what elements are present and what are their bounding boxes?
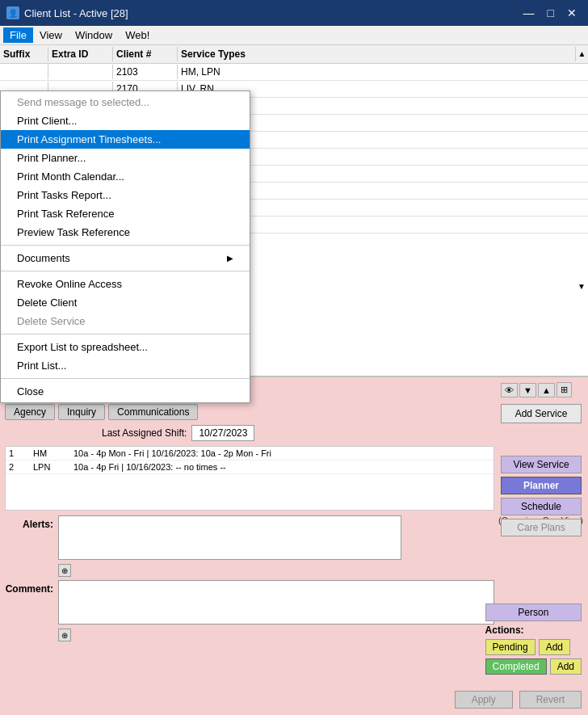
down-arrow-icon-btn[interactable]: ▼ bbox=[519, 383, 536, 397]
footer-buttons: Apply Revert bbox=[455, 691, 582, 709]
menu-export-list[interactable]: Export List to spreadsheet... bbox=[1, 338, 250, 356]
title-bar: 👤 Client List - Active [28] — □ ✕ bbox=[0, 0, 588, 26]
service-row-1[interactable]: 1 HM 10a - 4p Mon - Fri | 10/16/2023: 10… bbox=[6, 447, 494, 461]
col-header-svctype: Service Types bbox=[178, 47, 575, 61]
menu-file[interactable]: File bbox=[3, 27, 33, 43]
menu-print-month-calendar[interactable]: Print Month Calendar... bbox=[1, 167, 250, 186]
care-plans-button[interactable]: Care Plans bbox=[501, 519, 582, 536]
pending-action-row: Pending Add bbox=[485, 639, 582, 655]
last-shift-value: 10/27/2023 bbox=[191, 425, 254, 441]
close-button[interactable]: ✕ bbox=[562, 7, 582, 19]
menu-print-client[interactable]: Print Client... bbox=[1, 111, 250, 130]
alerts-container: ⊕ bbox=[58, 515, 401, 577]
separator-2 bbox=[1, 271, 250, 271]
menu-bar: File View Window Web! bbox=[0, 26, 588, 45]
col-header-extraid: Extra ID bbox=[48, 47, 113, 61]
alerts-textarea[interactable] bbox=[58, 515, 401, 560]
comment-textarea[interactable] bbox=[58, 580, 494, 625]
tab-inquiry[interactable]: Inquiry bbox=[58, 404, 105, 420]
add-completed-button[interactable]: Add bbox=[550, 658, 582, 675]
app-icon: 👤 bbox=[6, 6, 19, 19]
action-buttons-right: 👁 ▼ ▲ ⊞ Add Service View Service Planner… bbox=[501, 382, 582, 536]
menu-view[interactable]: View bbox=[33, 27, 69, 43]
person-button[interactable]: Person bbox=[485, 604, 582, 621]
maximize-button[interactable]: □ bbox=[543, 7, 559, 19]
completed-button[interactable]: Completed bbox=[485, 658, 547, 675]
col-header-clientnum: Client # bbox=[113, 47, 178, 61]
bottom-panel: 👁 ▼ ▲ ⊞ Add Service View Service Planner… bbox=[0, 376, 588, 715]
menu-revoke-online-access[interactable]: Revoke Online Access bbox=[1, 275, 250, 293]
menu-delete-client[interactable]: Delete Client bbox=[1, 293, 250, 312]
menu-print-list[interactable]: Print List... bbox=[1, 356, 250, 375]
scrollbar-down[interactable]: ▼ bbox=[575, 280, 588, 292]
alerts-label: Alerts: bbox=[5, 515, 53, 530]
table-header: Suffix Extra ID Client # Service Types ▲ bbox=[0, 45, 588, 64]
add-service-button[interactable]: Add Service bbox=[501, 404, 582, 423]
menu-delete-service: Delete Service bbox=[1, 312, 250, 330]
menu-web[interactable]: Web! bbox=[119, 27, 156, 43]
submenu-arrow: ▶ bbox=[227, 254, 233, 263]
comment-label: Comment: bbox=[5, 580, 53, 595]
icon-toolbar: 👁 ▼ ▲ ⊞ bbox=[501, 382, 582, 397]
expand-icon-btn[interactable]: ⊞ bbox=[556, 382, 572, 397]
table-row[interactable]: 2103 HM, LPN bbox=[0, 64, 588, 81]
service-table-container: 1 HM 10a - 4p Mon - Fri | 10/16/2023: 10… bbox=[5, 446, 494, 511]
eye-icon-btn[interactable]: 👁 bbox=[501, 383, 518, 397]
menu-print-assignment-timesheets[interactable]: Print Assignment Timesheets... bbox=[1, 130, 250, 149]
actions-label: Actions: bbox=[485, 625, 582, 636]
scrollbar-up[interactable]: ▲ bbox=[575, 47, 588, 61]
col-header-suffix: Suffix bbox=[0, 47, 48, 61]
view-service-button[interactable]: View Service bbox=[501, 456, 582, 473]
alerts-move-icon[interactable]: ⊕ bbox=[58, 564, 71, 577]
up-arrow-icon-btn[interactable]: ▲ bbox=[538, 383, 555, 397]
add-pending-button[interactable]: Add bbox=[539, 639, 570, 655]
separator-3 bbox=[1, 334, 250, 334]
menu-documents[interactable]: Documents ▶ bbox=[1, 249, 250, 267]
tabs-row: Agency Inquiry Communications bbox=[5, 404, 583, 420]
revert-button[interactable]: Revert bbox=[519, 691, 582, 709]
menu-print-planner[interactable]: Print Planner... bbox=[1, 149, 250, 167]
service-table: 1 HM 10a - 4p Mon - Fri | 10/16/2023: 10… bbox=[6, 447, 494, 474]
schedule-button[interactable]: Schedule bbox=[501, 498, 582, 515]
comment-move-icon[interactable]: ⊕ bbox=[58, 629, 71, 641]
file-dropdown-menu: Send message to selected... Print Client… bbox=[0, 90, 250, 403]
apply-button[interactable]: Apply bbox=[455, 691, 513, 709]
menu-send-message: Send message to selected... bbox=[1, 93, 250, 111]
menu-close[interactable]: Close bbox=[1, 382, 250, 401]
bottom-action-row: Person Actions: Pending Add Completed Ad… bbox=[485, 604, 582, 675]
tab-agency[interactable]: Agency bbox=[5, 404, 55, 420]
window-controls[interactable]: — □ ✕ bbox=[519, 7, 582, 19]
minimize-button[interactable]: — bbox=[519, 7, 540, 19]
menu-print-tasks-report[interactable]: Print Tasks Report... bbox=[1, 186, 250, 204]
service-row-2[interactable]: 2 LPN 10a - 4p Fri | 10/16/2023: -- no t… bbox=[6, 461, 494, 474]
main-container: Suffix Extra ID Client # Service Types ▲… bbox=[0, 45, 588, 715]
tab-communications[interactable]: Communications bbox=[108, 404, 198, 420]
menu-window[interactable]: Window bbox=[69, 27, 119, 43]
window-title: Client List - Active [28] bbox=[24, 7, 128, 19]
comment-container: ⊕ bbox=[58, 580, 494, 641]
pending-button[interactable]: Pending bbox=[485, 639, 536, 655]
separator-1 bbox=[1, 245, 250, 246]
completed-action-row: Completed Add bbox=[485, 658, 582, 675]
menu-print-task-reference[interactable]: Print Task Reference bbox=[1, 204, 250, 223]
scroll-down-arrow[interactable]: ▼ bbox=[575, 280, 588, 293]
planner-button[interactable]: Planner bbox=[501, 477, 582, 494]
menu-preview-task-reference[interactable]: Preview Task Reference bbox=[1, 223, 250, 242]
last-shift-label: Last Assigned Shift: bbox=[102, 427, 187, 439]
alerts-row: Alerts: ⊕ (Caregiver Can View) bbox=[5, 515, 583, 577]
scroll-up-arrow[interactable]: ▲ bbox=[576, 47, 588, 61]
separator-4 bbox=[1, 378, 250, 379]
